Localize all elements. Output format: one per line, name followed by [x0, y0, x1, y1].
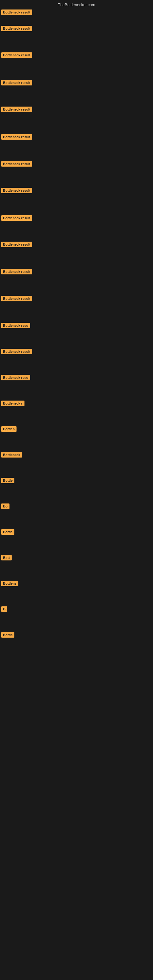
- bottleneck-badge: Bottle: [1, 529, 14, 535]
- bottleneck-result-item[interactable]: Bottlen: [1, 426, 16, 433]
- bottleneck-result-item[interactable]: Bottleneck result: [1, 296, 32, 302]
- bottleneck-badge: Bottleneck resu: [1, 323, 30, 328]
- bottleneck-badge: Bottleneck result: [1, 161, 32, 167]
- bottleneck-badge: Bottle: [1, 478, 14, 483]
- bottleneck-result-item[interactable]: Bottleneck result: [1, 269, 32, 275]
- bottleneck-result-item[interactable]: Bottleneck result: [1, 188, 32, 194]
- bottleneck-badge: Bottleneck result: [1, 107, 32, 112]
- bottleneck-badge: Bottlens: [1, 581, 18, 586]
- bottleneck-badge: Bottleneck result: [1, 52, 32, 58]
- bottleneck-badge: Bott: [1, 555, 12, 560]
- bottleneck-result-item[interactable]: Bottleneck result: [1, 134, 32, 141]
- bottleneck-badge: Bottlen: [1, 426, 16, 432]
- bottleneck-badge: Bottleneck: [1, 452, 22, 458]
- bottleneck-result-item[interactable]: Bottleneck result: [1, 161, 32, 168]
- bottleneck-badge: Bottle: [1, 632, 14, 638]
- bottleneck-badge: Bottleneck result: [1, 215, 32, 221]
- bottleneck-badge: Bottleneck result: [1, 80, 32, 86]
- bottleneck-badge: Bottleneck resu: [1, 375, 30, 380]
- bottleneck-badge: Bottleneck r: [1, 401, 24, 406]
- bottleneck-result-item[interactable]: Bottleneck result: [1, 242, 32, 248]
- bottleneck-badge: Bottleneck result: [1, 26, 32, 31]
- bottleneck-result-item[interactable]: Bottleneck resu: [1, 375, 30, 382]
- bottleneck-badge: Bottleneck result: [1, 10, 32, 15]
- bottleneck-result-item[interactable]: Bottle: [1, 632, 14, 639]
- bottleneck-result-item[interactable]: Bottleneck result: [1, 349, 32, 356]
- bottleneck-result-item[interactable]: Bottle: [1, 529, 14, 536]
- bottleneck-result-item[interactable]: B: [1, 606, 7, 613]
- bottleneck-badge: Bottleneck result: [1, 269, 32, 274]
- bottleneck-result-item[interactable]: Bottleneck result: [1, 10, 32, 16]
- bottleneck-result-item[interactable]: Bottle: [1, 478, 14, 485]
- bottleneck-result-item[interactable]: Bottleneck resu: [1, 323, 30, 329]
- bottleneck-badge: Bottleneck result: [1, 188, 32, 193]
- bottleneck-badge: B: [1, 606, 7, 612]
- bottleneck-badge: Bottleneck result: [1, 242, 32, 247]
- bottleneck-badge: Bottleneck result: [1, 134, 32, 140]
- bottleneck-result-item[interactable]: Bott: [1, 555, 12, 562]
- bottleneck-badge: Bottleneck result: [1, 349, 32, 354]
- bottleneck-result-item[interactable]: Bottleneck result: [1, 52, 32, 59]
- bottleneck-result-item[interactable]: Bottleneck result: [1, 26, 32, 32]
- bottleneck-result-item[interactable]: Bottleneck: [1, 452, 22, 459]
- bottleneck-result-item[interactable]: Bottleneck result: [1, 80, 32, 87]
- bottleneck-badge: Bottleneck result: [1, 296, 32, 301]
- bottleneck-result-item[interactable]: Bottleneck result: [1, 107, 32, 113]
- site-header: TheBottlenecker.com: [0, 0, 153, 8]
- bottleneck-result-item[interactable]: Bottlens: [1, 581, 18, 587]
- bottleneck-result-item[interactable]: Bo: [1, 503, 10, 510]
- bottleneck-result-item[interactable]: Bottleneck result: [1, 215, 32, 222]
- bottleneck-badge: Bo: [1, 503, 10, 509]
- bottleneck-result-item[interactable]: Bottleneck r: [1, 401, 24, 407]
